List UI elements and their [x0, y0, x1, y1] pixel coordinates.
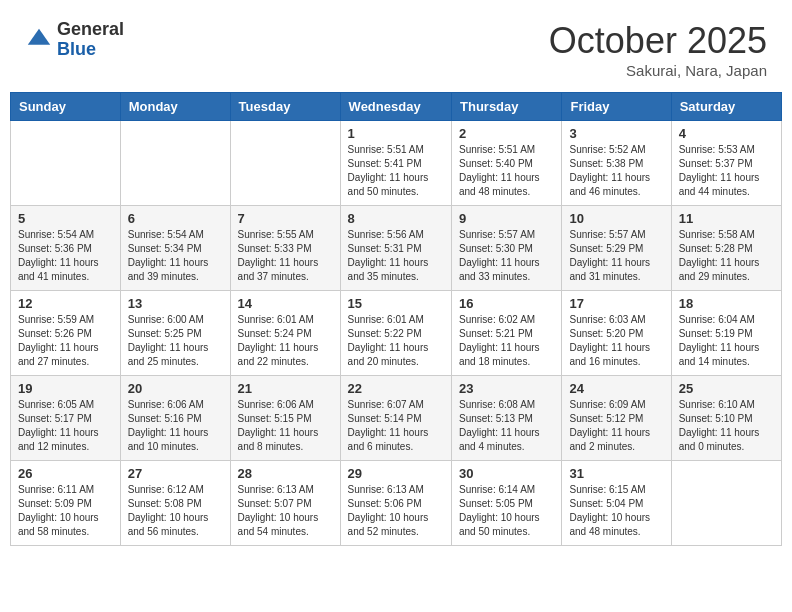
day-number: 7: [238, 211, 333, 226]
calendar-cell: 6Sunrise: 5:54 AM Sunset: 5:34 PM Daylig…: [120, 206, 230, 291]
logo: General Blue: [25, 20, 124, 60]
svg-marker-0: [28, 29, 50, 45]
calendar-cell: 28Sunrise: 6:13 AM Sunset: 5:07 PM Dayli…: [230, 461, 340, 546]
day-number: 14: [238, 296, 333, 311]
day-info: Sunrise: 6:04 AM Sunset: 5:19 PM Dayligh…: [679, 313, 774, 369]
calendar-cell: 10Sunrise: 5:57 AM Sunset: 5:29 PM Dayli…: [562, 206, 671, 291]
day-info: Sunrise: 6:00 AM Sunset: 5:25 PM Dayligh…: [128, 313, 223, 369]
day-number: 13: [128, 296, 223, 311]
day-number: 12: [18, 296, 113, 311]
day-info: Sunrise: 6:06 AM Sunset: 5:16 PM Dayligh…: [128, 398, 223, 454]
day-info: Sunrise: 5:59 AM Sunset: 5:26 PM Dayligh…: [18, 313, 113, 369]
calendar-week-row: 5Sunrise: 5:54 AM Sunset: 5:36 PM Daylig…: [11, 206, 782, 291]
calendar-cell: 11Sunrise: 5:58 AM Sunset: 5:28 PM Dayli…: [671, 206, 781, 291]
day-info: Sunrise: 5:54 AM Sunset: 5:36 PM Dayligh…: [18, 228, 113, 284]
day-info: Sunrise: 5:57 AM Sunset: 5:29 PM Dayligh…: [569, 228, 663, 284]
calendar-cell: 7Sunrise: 5:55 AM Sunset: 5:33 PM Daylig…: [230, 206, 340, 291]
calendar-week-row: 1Sunrise: 5:51 AM Sunset: 5:41 PM Daylig…: [11, 121, 782, 206]
location-subtitle: Sakurai, Nara, Japan: [549, 62, 767, 79]
calendar-cell: 22Sunrise: 6:07 AM Sunset: 5:14 PM Dayli…: [340, 376, 451, 461]
day-info: Sunrise: 6:01 AM Sunset: 5:24 PM Dayligh…: [238, 313, 333, 369]
day-info: Sunrise: 5:55 AM Sunset: 5:33 PM Dayligh…: [238, 228, 333, 284]
calendar-cell: 16Sunrise: 6:02 AM Sunset: 5:21 PM Dayli…: [452, 291, 562, 376]
day-info: Sunrise: 6:11 AM Sunset: 5:09 PM Dayligh…: [18, 483, 113, 539]
column-header-thursday: Thursday: [452, 93, 562, 121]
day-number: 17: [569, 296, 663, 311]
day-info: Sunrise: 5:54 AM Sunset: 5:34 PM Dayligh…: [128, 228, 223, 284]
calendar-cell: 9Sunrise: 5:57 AM Sunset: 5:30 PM Daylig…: [452, 206, 562, 291]
day-number: 8: [348, 211, 444, 226]
day-number: 19: [18, 381, 113, 396]
column-header-monday: Monday: [120, 93, 230, 121]
calendar-cell: 4Sunrise: 5:53 AM Sunset: 5:37 PM Daylig…: [671, 121, 781, 206]
day-number: 10: [569, 211, 663, 226]
day-info: Sunrise: 6:13 AM Sunset: 5:06 PM Dayligh…: [348, 483, 444, 539]
calendar-cell: 29Sunrise: 6:13 AM Sunset: 5:06 PM Dayli…: [340, 461, 451, 546]
calendar-cell: [11, 121, 121, 206]
day-number: 9: [459, 211, 554, 226]
calendar-cell: 3Sunrise: 5:52 AM Sunset: 5:38 PM Daylig…: [562, 121, 671, 206]
title-block: October 2025 Sakurai, Nara, Japan: [549, 20, 767, 79]
calendar-cell: 17Sunrise: 6:03 AM Sunset: 5:20 PM Dayli…: [562, 291, 671, 376]
calendar-week-row: 12Sunrise: 5:59 AM Sunset: 5:26 PM Dayli…: [11, 291, 782, 376]
calendar-cell: 2Sunrise: 5:51 AM Sunset: 5:40 PM Daylig…: [452, 121, 562, 206]
day-info: Sunrise: 6:07 AM Sunset: 5:14 PM Dayligh…: [348, 398, 444, 454]
day-number: 22: [348, 381, 444, 396]
calendar-cell: 23Sunrise: 6:08 AM Sunset: 5:13 PM Dayli…: [452, 376, 562, 461]
day-info: Sunrise: 6:08 AM Sunset: 5:13 PM Dayligh…: [459, 398, 554, 454]
day-number: 6: [128, 211, 223, 226]
calendar-cell: 13Sunrise: 6:00 AM Sunset: 5:25 PM Dayli…: [120, 291, 230, 376]
day-info: Sunrise: 6:01 AM Sunset: 5:22 PM Dayligh…: [348, 313, 444, 369]
day-info: Sunrise: 5:52 AM Sunset: 5:38 PM Dayligh…: [569, 143, 663, 199]
column-header-tuesday: Tuesday: [230, 93, 340, 121]
column-header-friday: Friday: [562, 93, 671, 121]
day-number: 1: [348, 126, 444, 141]
day-info: Sunrise: 5:57 AM Sunset: 5:30 PM Dayligh…: [459, 228, 554, 284]
day-number: 4: [679, 126, 774, 141]
calendar-cell: 12Sunrise: 5:59 AM Sunset: 5:26 PM Dayli…: [11, 291, 121, 376]
day-info: Sunrise: 6:06 AM Sunset: 5:15 PM Dayligh…: [238, 398, 333, 454]
day-info: Sunrise: 5:53 AM Sunset: 5:37 PM Dayligh…: [679, 143, 774, 199]
day-info: Sunrise: 5:58 AM Sunset: 5:28 PM Dayligh…: [679, 228, 774, 284]
day-number: 30: [459, 466, 554, 481]
day-info: Sunrise: 6:05 AM Sunset: 5:17 PM Dayligh…: [18, 398, 113, 454]
day-number: 23: [459, 381, 554, 396]
calendar-cell: 18Sunrise: 6:04 AM Sunset: 5:19 PM Dayli…: [671, 291, 781, 376]
day-number: 16: [459, 296, 554, 311]
calendar-cell: 20Sunrise: 6:06 AM Sunset: 5:16 PM Dayli…: [120, 376, 230, 461]
day-number: 25: [679, 381, 774, 396]
month-title: October 2025: [549, 20, 767, 62]
calendar-week-row: 26Sunrise: 6:11 AM Sunset: 5:09 PM Dayli…: [11, 461, 782, 546]
day-number: 27: [128, 466, 223, 481]
calendar-week-row: 19Sunrise: 6:05 AM Sunset: 5:17 PM Dayli…: [11, 376, 782, 461]
column-header-saturday: Saturday: [671, 93, 781, 121]
logo-icon: [25, 26, 53, 54]
day-info: Sunrise: 6:09 AM Sunset: 5:12 PM Dayligh…: [569, 398, 663, 454]
column-header-sunday: Sunday: [11, 93, 121, 121]
column-header-wednesday: Wednesday: [340, 93, 451, 121]
calendar-cell: 1Sunrise: 5:51 AM Sunset: 5:41 PM Daylig…: [340, 121, 451, 206]
calendar-cell: 19Sunrise: 6:05 AM Sunset: 5:17 PM Dayli…: [11, 376, 121, 461]
day-info: Sunrise: 5:51 AM Sunset: 5:40 PM Dayligh…: [459, 143, 554, 199]
day-number: 26: [18, 466, 113, 481]
day-number: 5: [18, 211, 113, 226]
calendar-cell: 15Sunrise: 6:01 AM Sunset: 5:22 PM Dayli…: [340, 291, 451, 376]
day-number: 24: [569, 381, 663, 396]
calendar-cell: 8Sunrise: 5:56 AM Sunset: 5:31 PM Daylig…: [340, 206, 451, 291]
day-number: 3: [569, 126, 663, 141]
calendar-cell: [230, 121, 340, 206]
day-info: Sunrise: 6:15 AM Sunset: 5:04 PM Dayligh…: [569, 483, 663, 539]
day-number: 11: [679, 211, 774, 226]
day-info: Sunrise: 6:03 AM Sunset: 5:20 PM Dayligh…: [569, 313, 663, 369]
calendar-cell: 26Sunrise: 6:11 AM Sunset: 5:09 PM Dayli…: [11, 461, 121, 546]
calendar-cell: 31Sunrise: 6:15 AM Sunset: 5:04 PM Dayli…: [562, 461, 671, 546]
logo-blue-text: Blue: [57, 40, 124, 60]
calendar-cell: 30Sunrise: 6:14 AM Sunset: 5:05 PM Dayli…: [452, 461, 562, 546]
page-header: General Blue October 2025 Sakurai, Nara,…: [10, 10, 782, 84]
day-number: 20: [128, 381, 223, 396]
calendar-cell: 27Sunrise: 6:12 AM Sunset: 5:08 PM Dayli…: [120, 461, 230, 546]
day-info: Sunrise: 6:13 AM Sunset: 5:07 PM Dayligh…: [238, 483, 333, 539]
day-number: 31: [569, 466, 663, 481]
day-info: Sunrise: 6:10 AM Sunset: 5:10 PM Dayligh…: [679, 398, 774, 454]
day-number: 15: [348, 296, 444, 311]
